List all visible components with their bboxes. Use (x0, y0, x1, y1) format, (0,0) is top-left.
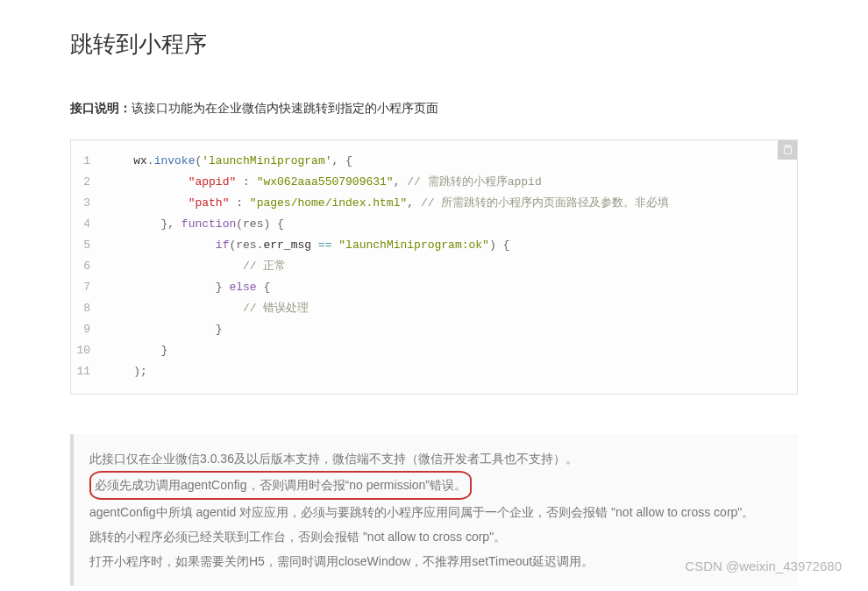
page-title: 跳转到小程序 (70, 26, 798, 63)
code-line: 2 "appid" : "wx062aaa5507909631", // 需跳转… (71, 172, 797, 193)
code-line: 11 ); (71, 361, 797, 382)
code-line: 5 if(res.err_msg == "launchMiniprogram:o… (71, 235, 797, 256)
highlighted-text: 必须先成功调用agentConfig，否则调用时会报“no permission… (89, 471, 472, 500)
code-line: 3 "path" : "pages/home/index.html", // 所… (71, 193, 797, 214)
note-line: 跳转的小程序必须已经关联到工作台，否则会报错 "not allow to cro… (89, 524, 782, 549)
intro-text: 该接口功能为在企业微信内快速跳转到指定的小程序页面 (132, 101, 438, 115)
code-block: 1 wx.invoke('launchMiniprogram', { 2 "ap… (70, 139, 798, 395)
code-line: 7 } else { (71, 277, 797, 298)
note-line: agentConfig中所填 agentid 对应应用，必须与要跳转的小程序应用… (89, 500, 782, 524)
code-line: 1 wx.invoke('launchMiniprogram', { (71, 151, 797, 172)
code-line: 6 // 正常 (71, 256, 797, 277)
copy-icon[interactable] (778, 140, 797, 160)
code-line: 4 }, function(res) { (71, 214, 797, 235)
code-line: 8 // 错误处理 (71, 298, 797, 319)
note-line: 打开小程序时，如果需要关闭H5，需同时调用closeWindow，不推荐用set… (89, 549, 782, 573)
note-line: 此接口仅在企业微信3.0.36及以后版本支持，微信端不支持（微信开发者工具也不支… (89, 446, 782, 471)
note-line-highlighted: 必须先成功调用agentConfig，否则调用时会报“no permission… (89, 471, 782, 500)
code-line: 10 } (71, 340, 797, 361)
note-block: 此接口仅在企业微信3.0.36及以后版本支持，微信端不支持（微信开发者工具也不支… (70, 434, 798, 586)
intro-label: 接口说明： (70, 101, 132, 115)
code-line: 9 } (71, 319, 797, 340)
intro-line: 接口说明：该接口功能为在企业微信内快速跳转到指定的小程序页面 (70, 98, 798, 117)
